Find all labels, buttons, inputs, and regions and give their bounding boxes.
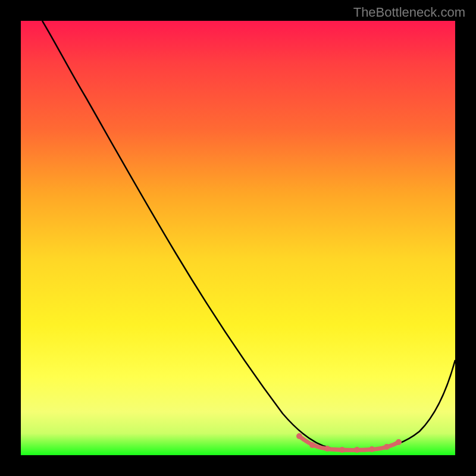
optimal-zone-highlight xyxy=(21,21,455,455)
svg-point-2 xyxy=(324,446,330,452)
svg-point-7 xyxy=(396,439,402,445)
svg-point-0 xyxy=(296,433,302,439)
svg-point-6 xyxy=(384,444,390,450)
svg-point-3 xyxy=(339,447,345,453)
svg-point-4 xyxy=(354,447,360,453)
svg-point-5 xyxy=(369,446,375,452)
watermark-text: TheBottleneck.com xyxy=(353,5,465,20)
svg-point-1 xyxy=(309,442,315,448)
